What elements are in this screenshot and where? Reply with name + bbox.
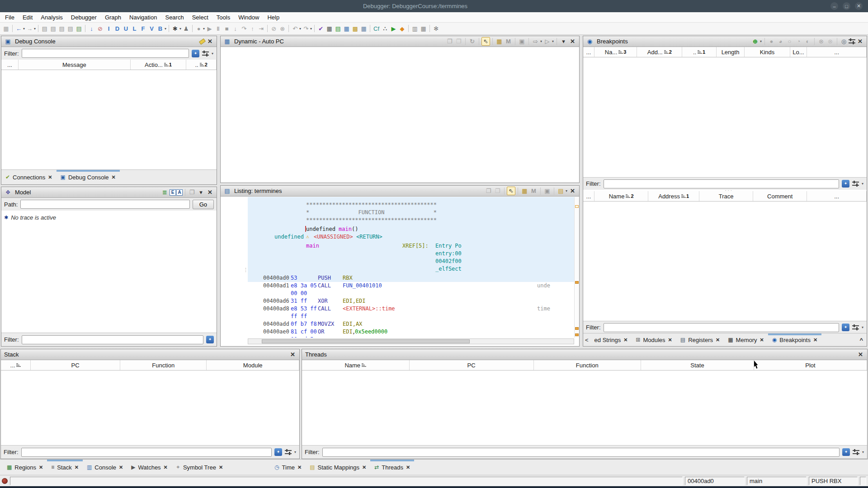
interrupt-icon[interactable]: ⊘ [269, 24, 278, 33]
tab-breakpoints[interactable]: ◉Breakpoints✕ [768, 333, 821, 346]
close-icon[interactable]: ✕ [206, 37, 214, 46]
col-sleigh[interactable]: ... [807, 47, 867, 57]
letter-b-icon[interactable]: B [156, 24, 165, 33]
goto-icon[interactable]: ⇨ [531, 37, 540, 46]
maximize-icon[interactable]: □ [843, 2, 850, 10]
listing-line[interactable]: 00400ad631 ffXOREDI,EDI [248, 298, 574, 305]
sync-table-icon[interactable]: ▦ [495, 37, 504, 46]
identify-function-icon[interactable]: ♟ [182, 24, 190, 33]
patch-instruction-icon[interactable]: ✔ [316, 24, 325, 33]
col-name[interactable]: Name2 [594, 191, 648, 201]
tab-close-icon[interactable]: ✕ [219, 465, 223, 470]
forward-icon-dropdown[interactable]: ▾ [34, 27, 36, 31]
record-icon[interactable]: ● [194, 24, 203, 33]
undo-icon-dropdown[interactable]: ▾ [299, 27, 301, 31]
search-table-icon[interactable]: ◎ [840, 37, 848, 46]
tab-static-mappings[interactable]: ▤Static Mappings✕ [306, 460, 370, 475]
listing-content[interactable]: ****************************************… [248, 197, 574, 338]
letter-u-icon[interactable]: U [122, 24, 130, 33]
undo-icon[interactable]: ↶ [291, 24, 299, 33]
menu-navigation[interactable]: Navigation [125, 13, 161, 22]
listing-line[interactable]: 00 00 [248, 290, 574, 297]
col-level[interactable]: ... [1, 360, 31, 370]
filter-clear-icon[interactable] [842, 180, 849, 188]
col-level[interactable]: ... [1, 60, 19, 70]
close-icon[interactable]: ✕ [568, 37, 577, 46]
run-script-icon[interactable]: ▶ [389, 24, 398, 33]
go-button[interactable]: Go [193, 200, 214, 209]
col-name[interactable]: Na...3 [594, 47, 637, 57]
tab-close-icon[interactable]: ✕ [48, 174, 52, 180]
forward-icon[interactable]: → [25, 24, 34, 33]
script-manager-icon[interactable]: ◆ [398, 24, 406, 33]
program-refresh-icon[interactable]: ▤ [75, 24, 83, 33]
open-archive-icon[interactable]: ▩ [351, 24, 359, 33]
menu-tools[interactable]: Tools [212, 13, 234, 22]
filter-settings-dropdown-icon[interactable]: ▾ [862, 182, 863, 186]
filter-input[interactable] [604, 323, 839, 332]
processor-options-icon[interactable]: ✻ [432, 24, 440, 33]
refresh-icon[interactable]: ↻ [468, 37, 476, 46]
tab-close-icon[interactable]: ✕ [39, 465, 43, 470]
paste-icon[interactable]: ❐ [493, 187, 502, 195]
back-icon-dropdown[interactable]: ▾ [23, 27, 25, 31]
filter-clear-icon[interactable] [842, 324, 849, 331]
listing-line[interactable]: **************************************** [248, 217, 574, 224]
window-layout-icon[interactable]: ▦ [359, 24, 368, 33]
disable-selected-icon[interactable]: ◔ [794, 37, 803, 46]
listing-line[interactable]: _elfSect [248, 266, 574, 273]
data-type-manager-icon[interactable]: ▦ [342, 24, 351, 33]
col-address[interactable]: Add...2 [637, 47, 682, 57]
col-state[interactable]: ... [583, 47, 594, 57]
enable-selected-icon[interactable]: ◕ [776, 37, 785, 46]
filter-settings-icon[interactable] [285, 449, 292, 455]
stop-icon[interactable]: ■ [222, 24, 231, 33]
letter-b-icon-dropdown[interactable]: ▾ [165, 27, 166, 31]
listing-line[interactable]: 00400add0f b7 f8MOVZXEDI,AX [248, 321, 574, 328]
tab-close-icon[interactable]: ✕ [813, 337, 817, 343]
tab-watches[interactable]: ▶Watches✕ [127, 460, 172, 475]
track-pc-icon-dropdown[interactable]: ▾ [552, 39, 554, 43]
listing-options-icon-dropdown[interactable]: ▾ [566, 189, 567, 193]
menu-search[interactable]: Search [161, 13, 188, 22]
filter-input[interactable] [322, 448, 840, 457]
symbol-table-icon[interactable]: ▤ [334, 24, 342, 33]
column-settings-icon[interactable] [849, 38, 855, 44]
tab-time[interactable]: ◷Time✕ [270, 460, 306, 475]
listing-line[interactable]: * FUNCTION * [248, 209, 574, 216]
tab-close-icon[interactable]: ✕ [75, 465, 79, 470]
filter-clear-icon[interactable] [274, 448, 282, 456]
back-icon[interactable]: ← [14, 24, 23, 33]
letter-v-icon[interactable]: V [147, 24, 156, 33]
filter-input[interactable] [604, 179, 839, 188]
filter-clear-icon[interactable] [842, 448, 850, 456]
tab-stack[interactable]: ≡Stack✕ [47, 460, 83, 475]
toggle-breakpoints-icon[interactable]: ◐ [803, 37, 812, 46]
listing-margin-marker[interactable] [575, 327, 579, 330]
close-icon[interactable]: ✕ [856, 37, 864, 46]
menu-graph[interactable]: Graph [101, 13, 125, 22]
col-function[interactable]: Function [120, 360, 207, 370]
tab-close-icon[interactable]: ✕ [119, 465, 123, 470]
navigate-down-icon[interactable]: ↓ [87, 24, 96, 33]
path-input[interactable] [20, 200, 189, 209]
pause-icon[interactable]: ‖ [214, 24, 222, 33]
clone-panel-icon[interactable]: ❐ [188, 188, 196, 197]
tab-debug-console[interactable]: ▣Debug Console✕ [57, 170, 120, 184]
filter-settings-icon[interactable] [202, 51, 209, 56]
tab-close-icon[interactable]: ✕ [668, 337, 672, 343]
clear-console-icon[interactable] [199, 38, 206, 44]
copy-icon[interactable]: ❐ [445, 37, 454, 46]
col-state[interactable]: State [641, 360, 754, 370]
tab-close-icon[interactable]: ✕ [362, 465, 366, 470]
close-icon[interactable]: ✕ [568, 187, 577, 195]
disable-all-icon[interactable]: ○ [785, 37, 794, 46]
clear-code-icon[interactable]: ⊘ [96, 24, 104, 33]
redo-icon[interactable]: ↷ [302, 24, 310, 33]
col-pc[interactable]: PC [410, 360, 534, 370]
col-time[interactable]: ..2 [186, 60, 217, 70]
close-icon[interactable]: ✕ [288, 350, 297, 359]
menu-debugger[interactable]: Debugger [67, 13, 101, 22]
add-breakpoint-icon[interactable]: ⊕ [751, 37, 760, 46]
filter-settings-dropdown-icon[interactable]: ▾ [862, 450, 864, 454]
